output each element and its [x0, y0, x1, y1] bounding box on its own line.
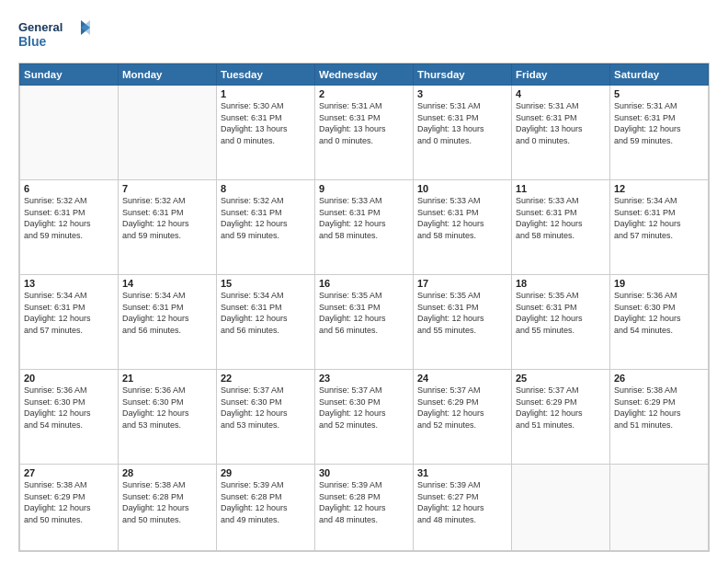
day-cell-12: 12Sunrise: 5:34 AMSunset: 6:31 PMDayligh…	[610, 180, 709, 275]
day-cell-10: 10Sunrise: 5:33 AMSunset: 6:31 PMDayligh…	[414, 180, 512, 275]
day-number: 3	[417, 88, 507, 99]
day-number: 20	[24, 373, 114, 384]
day-number: 31	[417, 467, 507, 478]
day-cell-23: 23Sunrise: 5:37 AMSunset: 6:30 PMDayligh…	[315, 370, 414, 465]
day-info: Sunrise: 5:37 AMSunset: 6:29 PMDaylight:…	[417, 385, 507, 431]
col-header-tuesday: Tuesday	[217, 64, 315, 86]
empty-cell	[20, 86, 119, 180]
day-info: Sunrise: 5:35 AMSunset: 6:31 PMDaylight:…	[319, 290, 409, 336]
col-header-sunday: Sunday	[20, 64, 119, 86]
day-cell-15: 15Sunrise: 5:34 AMSunset: 6:31 PMDayligh…	[217, 275, 315, 370]
day-number: 2	[319, 88, 409, 99]
day-info: Sunrise: 5:32 AMSunset: 6:31 PMDaylight:…	[122, 195, 212, 241]
col-header-thursday: Thursday	[414, 64, 512, 86]
day-info: Sunrise: 5:34 AMSunset: 6:31 PMDaylight:…	[24, 290, 114, 336]
day-info: Sunrise: 5:34 AMSunset: 6:31 PMDaylight:…	[614, 195, 704, 241]
day-cell-7: 7Sunrise: 5:32 AMSunset: 6:31 PMDaylight…	[119, 180, 217, 275]
day-info: Sunrise: 5:36 AMSunset: 6:30 PMDaylight:…	[614, 290, 704, 336]
day-number: 12	[614, 183, 704, 194]
logo-icon: General Blue	[18, 17, 92, 53]
page: General Blue SundayMondayTuesdayWednesda…	[0, 0, 728, 563]
day-number: 23	[319, 373, 409, 384]
day-info: Sunrise: 5:34 AMSunset: 6:31 PMDaylight:…	[122, 290, 212, 336]
day-number: 18	[516, 278, 606, 289]
day-info: Sunrise: 5:31 AMSunset: 6:31 PMDaylight:…	[516, 100, 606, 146]
col-header-friday: Friday	[512, 64, 610, 86]
svg-text:Blue: Blue	[18, 34, 47, 49]
calendar: SundayMondayTuesdayWednesdayThursdayFrid…	[18, 63, 710, 552]
day-number: 16	[319, 278, 409, 289]
week-row-2: 6Sunrise: 5:32 AMSunset: 6:31 PMDaylight…	[20, 180, 709, 275]
day-number: 14	[122, 278, 212, 289]
day-info: Sunrise: 5:35 AMSunset: 6:31 PMDaylight:…	[516, 290, 606, 336]
svg-text:General: General	[18, 20, 63, 34]
empty-cell	[610, 465, 709, 551]
day-info: Sunrise: 5:30 AMSunset: 6:31 PMDaylight:…	[221, 100, 311, 146]
day-cell-8: 8Sunrise: 5:32 AMSunset: 6:31 PMDaylight…	[217, 180, 315, 275]
day-number: 8	[221, 183, 311, 194]
day-info: Sunrise: 5:31 AMSunset: 6:31 PMDaylight:…	[319, 100, 409, 146]
day-number: 28	[122, 467, 212, 478]
day-info: Sunrise: 5:37 AMSunset: 6:30 PMDaylight:…	[319, 385, 409, 431]
day-cell-22: 22Sunrise: 5:37 AMSunset: 6:30 PMDayligh…	[217, 370, 315, 465]
day-info: Sunrise: 5:33 AMSunset: 6:31 PMDaylight:…	[417, 195, 507, 241]
col-header-saturday: Saturday	[610, 64, 709, 86]
week-row-5: 27Sunrise: 5:38 AMSunset: 6:29 PMDayligh…	[20, 465, 709, 551]
day-info: Sunrise: 5:32 AMSunset: 6:31 PMDaylight:…	[221, 195, 311, 241]
logo: General Blue	[18, 17, 92, 53]
day-cell-29: 29Sunrise: 5:39 AMSunset: 6:28 PMDayligh…	[217, 465, 315, 551]
week-row-4: 20Sunrise: 5:36 AMSunset: 6:30 PMDayligh…	[20, 370, 709, 465]
day-cell-17: 17Sunrise: 5:35 AMSunset: 6:31 PMDayligh…	[414, 275, 512, 370]
day-cell-11: 11Sunrise: 5:33 AMSunset: 6:31 PMDayligh…	[512, 180, 610, 275]
day-info: Sunrise: 5:39 AMSunset: 6:28 PMDaylight:…	[319, 479, 409, 525]
header: General Blue	[18, 17, 710, 53]
day-cell-27: 27Sunrise: 5:38 AMSunset: 6:29 PMDayligh…	[20, 465, 119, 551]
calendar-header-row: SundayMondayTuesdayWednesdayThursdayFrid…	[20, 64, 709, 86]
day-cell-3: 3Sunrise: 5:31 AMSunset: 6:31 PMDaylight…	[414, 86, 512, 180]
day-info: Sunrise: 5:33 AMSunset: 6:31 PMDaylight:…	[516, 195, 606, 241]
day-number: 7	[122, 183, 212, 194]
day-cell-24: 24Sunrise: 5:37 AMSunset: 6:29 PMDayligh…	[414, 370, 512, 465]
day-number: 9	[319, 183, 409, 194]
day-cell-25: 25Sunrise: 5:37 AMSunset: 6:29 PMDayligh…	[512, 370, 610, 465]
day-info: Sunrise: 5:37 AMSunset: 6:30 PMDaylight:…	[221, 385, 311, 431]
day-info: Sunrise: 5:36 AMSunset: 6:30 PMDaylight:…	[122, 385, 212, 431]
day-number: 13	[24, 278, 114, 289]
day-info: Sunrise: 5:33 AMSunset: 6:31 PMDaylight:…	[319, 195, 409, 241]
day-number: 24	[417, 373, 507, 384]
day-number: 25	[516, 373, 606, 384]
day-info: Sunrise: 5:35 AMSunset: 6:31 PMDaylight:…	[417, 290, 507, 336]
day-info: Sunrise: 5:38 AMSunset: 6:28 PMDaylight:…	[122, 479, 212, 525]
day-cell-4: 4Sunrise: 5:31 AMSunset: 6:31 PMDaylight…	[512, 86, 610, 180]
week-row-1: 1Sunrise: 5:30 AMSunset: 6:31 PMDaylight…	[20, 86, 709, 180]
day-number: 1	[221, 88, 311, 99]
day-cell-20: 20Sunrise: 5:36 AMSunset: 6:30 PMDayligh…	[20, 370, 119, 465]
day-number: 17	[417, 278, 507, 289]
day-cell-2: 2Sunrise: 5:31 AMSunset: 6:31 PMDaylight…	[315, 86, 414, 180]
day-cell-6: 6Sunrise: 5:32 AMSunset: 6:31 PMDaylight…	[20, 180, 119, 275]
day-number: 15	[221, 278, 311, 289]
day-number: 4	[516, 88, 606, 99]
day-cell-28: 28Sunrise: 5:38 AMSunset: 6:28 PMDayligh…	[119, 465, 217, 551]
day-number: 11	[516, 183, 606, 194]
day-number: 19	[614, 278, 704, 289]
day-cell-26: 26Sunrise: 5:38 AMSunset: 6:29 PMDayligh…	[610, 370, 709, 465]
day-number: 21	[122, 373, 212, 384]
day-number: 27	[24, 467, 114, 478]
day-number: 5	[614, 88, 704, 99]
col-header-monday: Monday	[119, 64, 217, 86]
day-number: 22	[221, 373, 311, 384]
day-info: Sunrise: 5:37 AMSunset: 6:29 PMDaylight:…	[516, 385, 606, 431]
day-info: Sunrise: 5:31 AMSunset: 6:31 PMDaylight:…	[417, 100, 507, 146]
day-cell-1: 1Sunrise: 5:30 AMSunset: 6:31 PMDaylight…	[217, 86, 315, 180]
day-cell-9: 9Sunrise: 5:33 AMSunset: 6:31 PMDaylight…	[315, 180, 414, 275]
day-cell-30: 30Sunrise: 5:39 AMSunset: 6:28 PMDayligh…	[315, 465, 414, 551]
day-info: Sunrise: 5:39 AMSunset: 6:28 PMDaylight:…	[221, 479, 311, 525]
day-cell-18: 18Sunrise: 5:35 AMSunset: 6:31 PMDayligh…	[512, 275, 610, 370]
day-info: Sunrise: 5:39 AMSunset: 6:27 PMDaylight:…	[417, 479, 507, 525]
empty-cell	[119, 86, 217, 180]
day-cell-5: 5Sunrise: 5:31 AMSunset: 6:31 PMDaylight…	[610, 86, 709, 180]
day-info: Sunrise: 5:36 AMSunset: 6:30 PMDaylight:…	[24, 385, 114, 431]
day-info: Sunrise: 5:38 AMSunset: 6:29 PMDaylight:…	[24, 479, 114, 525]
day-number: 26	[614, 373, 704, 384]
